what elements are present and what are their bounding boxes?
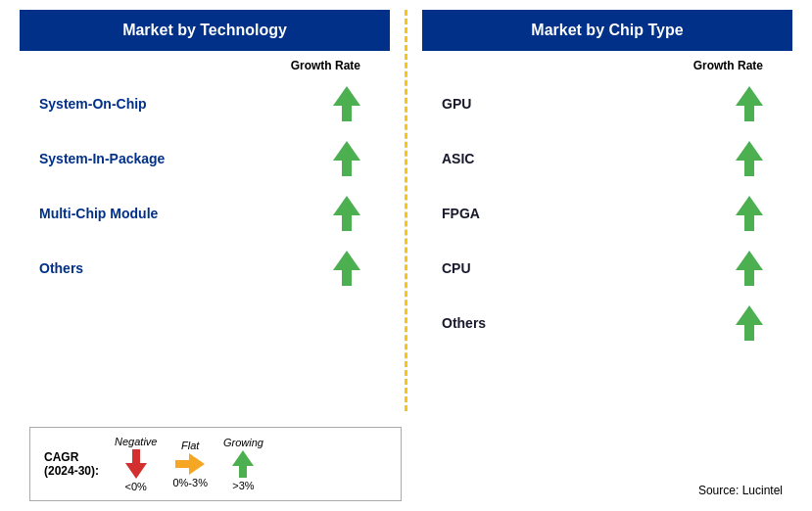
list-item: FPGA: [422, 186, 792, 241]
legend-negative-value: <0%: [125, 481, 147, 492]
list-item: System-On-Chip: [20, 76, 390, 131]
item-label: Multi-Chip Module: [39, 206, 158, 221]
item-label: System-In-Package: [39, 151, 165, 166]
legend-box: CAGR(2024-30): Negative <0% Flat 0%-3% G…: [29, 427, 402, 501]
growth-arrow-container: [331, 86, 380, 121]
item-label: GPU: [442, 96, 471, 112]
growth-arrow-container: [331, 251, 380, 286]
green-up-small-arrow-icon: [232, 450, 254, 478]
green-up-arrow-icon: [736, 251, 763, 286]
source-label: Source: Lucintel: [698, 484, 783, 501]
list-item: Others: [422, 296, 792, 350]
legend-title-text: CAGR(2024-30):: [44, 450, 99, 478]
list-item: ASIC: [422, 131, 792, 186]
legend-flat-label: Flat: [181, 440, 199, 451]
growth-arrow-container: [734, 305, 783, 341]
bottom-row: CAGR(2024-30): Negative <0% Flat 0%-3% G…: [20, 417, 792, 501]
right-panel: Market by Chip Type Growth Rate GPU ASIC…: [417, 10, 792, 350]
item-label: Others: [442, 315, 486, 331]
legend-negative-label: Negative: [115, 436, 157, 447]
left-panel-header: Market by Technology: [20, 10, 390, 51]
list-item: Multi-Chip Module: [20, 186, 390, 241]
growth-arrow-container: [734, 141, 783, 176]
green-up-arrow-icon: [736, 141, 763, 176]
item-label: FPGA: [442, 206, 480, 221]
legend-growing: Growing >3%: [223, 437, 263, 491]
list-item: CPU: [422, 241, 792, 296]
green-up-arrow-icon: [333, 196, 360, 231]
legend-growing-label: Growing: [223, 437, 263, 448]
legend-title: CAGR(2024-30):: [44, 450, 99, 478]
list-item: GPU: [422, 76, 792, 131]
item-label: Others: [39, 260, 83, 276]
green-up-arrow-icon: [736, 86, 763, 121]
right-growth-rate-label: Growth Rate: [422, 59, 792, 72]
item-label: ASIC: [442, 151, 474, 166]
growth-arrow-container: [734, 86, 783, 121]
growth-arrow-container: [331, 141, 380, 176]
orange-right-arrow-icon: [175, 453, 205, 475]
left-panel: Market by Technology Growth Rate System-…: [20, 10, 395, 296]
green-up-arrow-icon: [333, 86, 360, 121]
red-down-arrow-icon: [125, 449, 147, 479]
left-growth-rate-label: Growth Rate: [20, 59, 390, 72]
legend-negative: Negative <0%: [115, 436, 157, 492]
list-item: Others: [20, 241, 390, 296]
green-up-arrow-icon: [736, 196, 763, 231]
legend-growing-value: >3%: [232, 480, 254, 491]
item-label: CPU: [442, 260, 471, 276]
green-up-arrow-icon: [736, 305, 763, 341]
divider: [405, 10, 407, 411]
legend-flat: Flat 0%-3%: [172, 440, 207, 488]
legend-flat-value: 0%-3%: [172, 477, 207, 488]
growth-arrow-container: [331, 196, 380, 231]
list-item: System-In-Package: [20, 131, 390, 186]
green-up-arrow-icon: [333, 141, 360, 176]
right-panel-header: Market by Chip Type: [422, 10, 792, 51]
growth-arrow-container: [734, 196, 783, 231]
item-label: System-On-Chip: [39, 96, 147, 112]
green-up-arrow-icon: [333, 251, 360, 286]
growth-arrow-container: [734, 251, 783, 286]
